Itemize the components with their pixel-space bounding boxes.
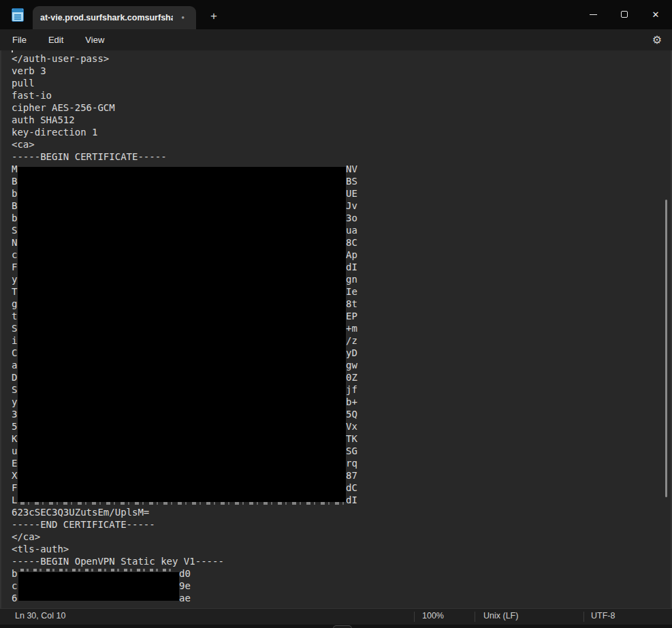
line-start-char: E: [12, 458, 17, 469]
tab-title: at-vie.prod.surfshark.comsurfshark: [33, 13, 173, 22]
line-end-chars: Ap: [346, 249, 357, 261]
line-start-char: M: [12, 163, 17, 174]
line-start-char: K: [12, 433, 17, 444]
line-end-chars: dI: [346, 494, 357, 506]
line-ending-status[interactable]: Unix (LF): [483, 611, 518, 621]
minimize-icon: [590, 14, 597, 15]
line-end-chars: dC: [346, 482, 357, 494]
line-start-char: c: [12, 249, 17, 260]
config-lines-middle: 623cSEC3Q3UZutsEm/UplsM=-----END CERTIFI…: [12, 506, 672, 567]
taskbar-item-edge: [333, 625, 352, 628]
line-end-chars: Ie: [346, 285, 357, 298]
line-start-char: S: [12, 225, 17, 236]
line-end-chars: SG: [346, 445, 357, 457]
encoding-status[interactable]: UTF-8: [591, 611, 615, 621]
line-end-chars: 3o: [346, 212, 357, 224]
config-line: -----BEGIN CERTIFICATE-----: [12, 151, 672, 163]
line-end-chars: b+: [346, 396, 357, 408]
config-line: pull: [12, 77, 672, 89]
line-start-char: b: [12, 213, 17, 223]
line-start-char: a: [12, 360, 17, 371]
status-divider: [414, 612, 415, 622]
cursor-position-status: Ln 30, Col 10: [15, 611, 65, 621]
line-end-chars: 8t: [346, 298, 357, 310]
config-line: <ca>: [12, 138, 672, 151]
line-end-chars: TK: [346, 433, 357, 445]
title-bar[interactable]: at-vie.prod.surfshark.comsurfshark ● + ✕: [0, 0, 672, 29]
line-start-char: S: [12, 384, 17, 395]
plus-icon: +: [210, 10, 217, 23]
line-start-char: g: [12, 298, 17, 309]
settings-button[interactable]: ⚙: [652, 29, 662, 50]
line-end-chars: dI: [346, 261, 357, 273]
status-divider: [583, 612, 584, 622]
tls-key-redaction-box: [18, 572, 179, 601]
line-end-chars: /z: [346, 334, 357, 347]
line-end-chars: d0: [179, 567, 191, 580]
line-end-chars: +m: [346, 322, 357, 334]
maximize-button[interactable]: [609, 0, 640, 29]
new-tab-button[interactable]: +: [204, 6, 224, 27]
config-line: <tls-auth>: [12, 543, 672, 555]
line-end-chars: 8C: [346, 236, 357, 249]
line-end-chars: Vx: [346, 420, 357, 433]
document-tab[interactable]: at-vie.prod.surfshark.comsurfshark ●: [33, 6, 196, 29]
certificate-redaction-box: [18, 167, 346, 502]
line-end-chars: jf: [346, 383, 357, 396]
line-start-char: F: [12, 482, 17, 493]
menu-file[interactable]: File: [11, 33, 28, 46]
config-line: key-direction 1: [12, 126, 672, 138]
line-start-char: t: [12, 311, 17, 321]
config-line: -----BEGIN OpenVPN Static key V1-----: [12, 555, 672, 567]
vertical-scrollbar[interactable]: [665, 200, 667, 497]
line-start-char: F: [12, 262, 17, 272]
config-line: fast-io: [12, 89, 672, 101]
line-start-char: i: [12, 335, 17, 346]
config-line: -----END CERTIFICATE-----: [12, 518, 672, 531]
line-end-chars: 5Q: [346, 408, 357, 420]
line-start-char: N: [12, 237, 17, 248]
config-line: auth SHA512: [12, 114, 672, 126]
config-lines-top: </auth-user-pass>verb 3pullfast-iocipher…: [12, 52, 672, 163]
minimize-button[interactable]: [577, 0, 609, 29]
line-start-char: S: [12, 323, 17, 334]
notepad-icon-binding: [12, 9, 23, 12]
line-end-chars: UE: [346, 187, 357, 200]
line-end-chars: 0Z: [346, 371, 357, 383]
unsaved-indicator-dot: ●: [181, 15, 185, 20]
line-start-char: B: [12, 200, 17, 211]
line-end-chars: Jv: [346, 200, 357, 212]
line-start-char: 5: [12, 421, 17, 432]
line-start-char: b: [12, 188, 17, 199]
text-editor-area[interactable]: </auth-user-pass>verb 3pullfast-iocipher…: [0, 50, 672, 608]
notepad-window: at-vie.prod.surfshark.comsurfshark ● + ✕…: [0, 0, 672, 628]
close-button[interactable]: ✕: [640, 0, 671, 29]
close-icon: ✕: [652, 10, 660, 20]
window-left-edge: [0, 50, 1, 625]
line-start-char: u: [12, 445, 17, 456]
line-end-chars: 87: [346, 469, 357, 482]
menu-edit[interactable]: Edit: [47, 33, 65, 46]
line-start-char: D: [12, 372, 17, 383]
gear-icon: ⚙: [652, 33, 662, 46]
menu-view[interactable]: View: [84, 33, 106, 46]
config-line: verb 3: [12, 65, 672, 77]
line-start-char: L: [12, 494, 17, 505]
line-start-char: 3: [12, 409, 17, 420]
config-line: 623cSEC3Q3UZutsEm/UplsM=: [12, 506, 672, 518]
line-start-char: y: [12, 274, 17, 285]
line-end-chars: yD: [346, 347, 357, 359]
status-bar: Ln 30, Col 10 100% Unix (LF) UTF-8: [0, 608, 672, 625]
line-end-chars: 9e: [179, 580, 191, 592]
redaction-glyph-fragments: [20, 502, 345, 505]
redaction-glyph-fragments: [20, 569, 174, 571]
line-end-chars: rq: [346, 457, 357, 469]
line-start-char: T: [12, 286, 17, 297]
line-start-char: X: [12, 470, 17, 481]
maximize-icon: [621, 11, 628, 18]
taskbar-sliver: [0, 625, 672, 628]
zoom-level-status[interactable]: 100%: [422, 611, 444, 621]
line-start-char: C: [12, 347, 17, 358]
line-end-chars: NV: [346, 163, 357, 175]
line-start-char: y: [12, 396, 17, 407]
